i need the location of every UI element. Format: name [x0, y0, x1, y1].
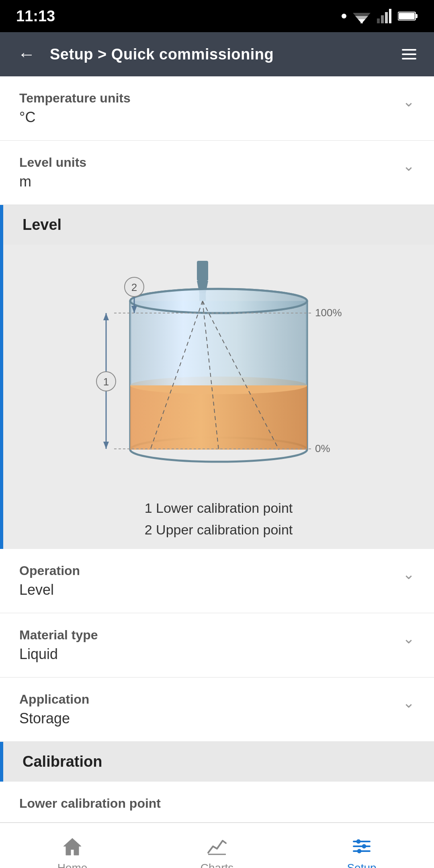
battery-icon [398, 10, 418, 22]
nav-setup-label: Setup [347, 862, 376, 868]
svg-rect-4 [377, 18, 380, 23]
legend-line1: 1 Lower calibration point [145, 497, 293, 519]
status-icons [342, 9, 418, 23]
svg-point-45 [357, 849, 361, 853]
svg-marker-32 [103, 313, 109, 320]
svg-rect-10 [399, 13, 415, 19]
operation-value: Level [19, 581, 403, 598]
level-units-value: m [19, 173, 403, 190]
calibration-section-header: Calibration [0, 742, 434, 782]
level-section-header: Level [0, 205, 434, 245]
svg-text:2: 2 [131, 281, 137, 293]
app-header: ← Setup > Quick commissioning [0, 32, 434, 76]
notification-dot [342, 14, 346, 18]
level-section-title: Level [23, 216, 61, 233]
svg-text:0%: 0% [315, 442, 330, 454]
bottom-nav: Home Charts Setup [0, 823, 434, 868]
lower-calibration-label: Lower calibration point [19, 796, 415, 811]
status-time: 11:13 [16, 8, 55, 25]
wifi-icon [353, 9, 371, 23]
operation-chevron: ⌄ [403, 566, 415, 583]
nav-home[interactable]: Home [0, 835, 145, 868]
svg-rect-9 [416, 14, 418, 18]
svg-point-44 [362, 844, 366, 848]
signal-icon [377, 9, 391, 23]
material-type-value: Liquid [19, 646, 403, 663]
status-bar: 11:13 [0, 0, 434, 32]
application-row[interactable]: Application Storage ⌄ [0, 678, 434, 742]
legend-line2: 2 Upper calibration point [145, 519, 293, 540]
level-units-chevron: ⌄ [403, 158, 415, 174]
application-label: Application [19, 692, 403, 707]
operation-label: Operation [19, 563, 403, 578]
temperature-units-label: Temperature units [19, 91, 403, 106]
charts-icon [206, 835, 228, 858]
svg-point-22 [130, 289, 307, 313]
home-icon [61, 835, 84, 858]
nav-charts-label: Charts [201, 862, 233, 868]
material-type-row[interactable]: Material type Liquid ⌄ [0, 613, 434, 678]
application-chevron: ⌄ [403, 694, 415, 711]
setup-icon [350, 835, 373, 858]
svg-rect-5 [381, 15, 384, 23]
application-value: Storage [19, 710, 403, 727]
nav-setup[interactable]: Setup [289, 835, 434, 868]
lower-calibration-row[interactable]: Lower calibration point [0, 782, 434, 823]
back-button[interactable]: ← [14, 41, 39, 68]
temperature-units-row[interactable]: Temperature units °C ⌄ [0, 76, 434, 141]
tank-diagram: 100% 0% 1 2 [11, 261, 426, 486]
menu-button[interactable] [399, 46, 420, 63]
nav-home-label: Home [57, 862, 88, 868]
operation-row[interactable]: Operation Level ⌄ [0, 549, 434, 613]
temperature-units-value: °C [19, 109, 403, 126]
tank-diagram-container: 100% 0% 1 2 1 Lower calibration p [0, 245, 434, 549]
tank-diagram-legend: 1 Lower calibration point 2 Upper calibr… [145, 497, 293, 541]
level-units-label: Level units [19, 155, 403, 170]
level-units-row[interactable]: Level units m ⌄ [0, 141, 434, 205]
svg-rect-7 [389, 9, 391, 23]
content-area: Temperature units °C ⌄ Level units m ⌄ L… [0, 76, 434, 823]
svg-marker-31 [103, 442, 109, 449]
svg-text:1: 1 [103, 376, 109, 388]
material-type-chevron: ⌄ [403, 630, 415, 647]
svg-rect-19 [130, 385, 307, 450]
temperature-units-chevron: ⌄ [403, 93, 415, 110]
svg-text:100%: 100% [315, 307, 342, 319]
svg-point-43 [356, 839, 360, 843]
header-title: Setup > Quick commissioning [50, 46, 387, 63]
calibration-section-title: Calibration [23, 753, 102, 770]
svg-rect-6 [385, 12, 388, 23]
nav-charts[interactable]: Charts [145, 835, 289, 868]
material-type-label: Material type [19, 628, 403, 643]
svg-rect-11 [197, 261, 208, 281]
